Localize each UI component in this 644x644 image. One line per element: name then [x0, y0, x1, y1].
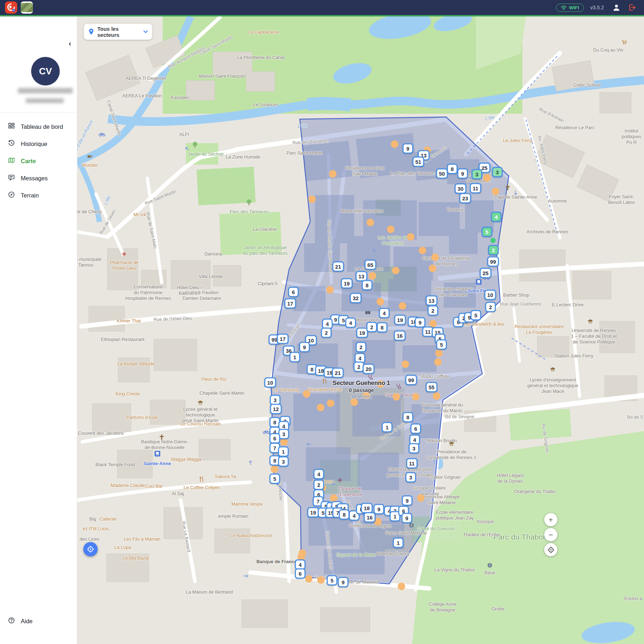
passage-dot[interactable]	[392, 267, 400, 274]
passage-dot[interactable]	[377, 298, 384, 306]
map-marker[interactable]: 30	[455, 184, 467, 194]
map-marker[interactable]: 2	[428, 306, 438, 316]
passage-dot[interactable]	[419, 247, 426, 254]
map-marker[interactable]: 9	[402, 496, 413, 506]
passage-dot[interactable]	[369, 272, 376, 280]
sidebar-item-carte[interactable]: Carte	[0, 152, 77, 170]
passage-dot[interactable]	[402, 361, 409, 368]
map-marker[interactable]: 17	[277, 334, 289, 344]
map-marker[interactable]: 32	[350, 293, 362, 303]
passage-dot[interactable]	[363, 392, 370, 399]
passage-dot[interactable]	[483, 174, 491, 182]
map-marker[interactable]: 9	[299, 342, 310, 352]
passage-dot[interactable]	[398, 583, 405, 590]
map-marker[interactable]: 2	[485, 302, 496, 312]
map-marker[interactable]: 3	[409, 443, 419, 454]
map-marker[interactable]: 17	[284, 298, 296, 309]
map-marker[interactable]: 10	[484, 290, 496, 300]
map-marker[interactable]: 2	[488, 245, 499, 255]
sidebar-item-messages[interactable]: Messages	[0, 170, 77, 187]
user-icon[interactable]	[613, 4, 620, 11]
passage-dot[interactable]	[429, 265, 436, 272]
passage-dot[interactable]	[329, 170, 337, 178]
sidebar-item-terrain[interactable]: Terrain	[0, 187, 77, 204]
map-marker[interactable]: 18	[361, 503, 373, 513]
map-marker[interactable]: 6	[410, 424, 421, 434]
map-marker[interactable]: 19	[307, 507, 319, 518]
map-marker[interactable]: 11	[470, 183, 481, 194]
zoom-in-button[interactable]: +	[544, 513, 557, 526]
map-marker[interactable]: 19	[394, 315, 406, 325]
passage-dot[interactable]	[271, 465, 278, 473]
photo-thumbnail[interactable]	[21, 1, 33, 14]
passage-dot[interactable]	[391, 141, 399, 148]
map-marker[interactable]: 51	[413, 157, 424, 167]
zoom-out-button[interactable]: −	[544, 528, 557, 541]
map-marker[interactable]: 55	[426, 382, 438, 392]
map-marker[interactable]: 2	[366, 322, 377, 332]
sidebar-item-historique[interactable]: Historique	[0, 135, 77, 152]
passage-dot[interactable]	[326, 286, 334, 294]
passage-dot[interactable]	[367, 219, 374, 226]
map-marker[interactable]: 5	[436, 340, 447, 350]
passage-dot[interactable]	[393, 393, 400, 401]
map-marker[interactable]: 5	[482, 227, 492, 237]
map-marker[interactable]: 65	[365, 260, 376, 270]
passage-dot[interactable]	[317, 404, 325, 411]
logout-icon[interactable]	[628, 4, 637, 11]
map-marker[interactable]: 9	[374, 504, 384, 514]
map-marker[interactable]: 3	[472, 169, 482, 180]
map-marker[interactable]: 9	[457, 169, 468, 179]
map-marker[interactable]: 21	[332, 262, 344, 272]
map-marker[interactable]: 11	[406, 458, 418, 469]
recenter-button[interactable]	[544, 543, 557, 556]
passage-dot[interactable]	[303, 390, 311, 398]
map-marker[interactable]: 2	[356, 342, 366, 352]
passage-dot[interactable]	[431, 254, 439, 261]
map-marker[interactable]: 6	[288, 287, 299, 297]
map-marker[interactable]: 3	[278, 457, 289, 467]
map-marker[interactable]: 8	[362, 280, 372, 291]
passage-dot[interactable]	[492, 188, 499, 195]
passage-dot[interactable]	[317, 576, 325, 584]
map-marker[interactable]: 4	[379, 308, 390, 318]
map-marker[interactable]: 50	[436, 169, 448, 179]
map-marker[interactable]: 8	[377, 322, 387, 333]
passage-dot[interactable]	[412, 393, 420, 401]
map-marker[interactable]: 1	[393, 538, 404, 548]
map-marker[interactable]: 8	[447, 164, 458, 174]
map-marker[interactable]: 23	[459, 193, 471, 204]
map-marker[interactable]: 4	[313, 469, 324, 479]
green-dot[interactable]	[491, 238, 496, 243]
map-marker[interactable]: 1	[289, 352, 300, 362]
map-marker[interactable]: 4	[345, 318, 356, 328]
passage-dot[interactable]	[330, 494, 338, 502]
passage-dot[interactable]	[399, 302, 406, 310]
map-marker[interactable]: 4	[491, 212, 502, 222]
map-marker[interactable]: 3	[405, 472, 416, 483]
passage-dot[interactable]	[351, 399, 358, 406]
app-logo-icon[interactable]	[5, 1, 17, 14]
map-marker[interactable]: 9	[402, 143, 413, 154]
map-marker[interactable]: 16	[364, 512, 376, 523]
passage-dot[interactable]	[305, 575, 313, 583]
locate-me-button[interactable]	[83, 542, 98, 556]
sidebar-item-tableau-de-bord[interactable]: Tableau de bord	[0, 118, 77, 135]
map-marker[interactable]: 99	[487, 257, 499, 267]
map-marker[interactable]: 16	[394, 331, 406, 341]
map-marker[interactable]: 6	[269, 433, 280, 444]
map-marker[interactable]: 25	[480, 268, 492, 278]
map-marker[interactable]: 21	[332, 368, 344, 378]
passage-dot[interactable]	[417, 494, 425, 502]
sidebar-collapse-button[interactable]: ‹	[67, 39, 73, 48]
passage-dot[interactable]	[434, 358, 442, 366]
map-marker[interactable]: 13	[426, 296, 438, 306]
map-marker[interactable]: 2	[313, 480, 324, 490]
passage-dot[interactable]	[433, 392, 440, 400]
map-marker[interactable]: 9	[338, 577, 348, 587]
map-marker[interactable]: 9	[401, 513, 412, 523]
map-marker[interactable]: 5	[327, 575, 337, 586]
map-marker[interactable]: 8	[402, 412, 413, 423]
map-marker[interactable]: 3	[492, 167, 503, 177]
map-marker[interactable]: 9	[415, 317, 425, 328]
